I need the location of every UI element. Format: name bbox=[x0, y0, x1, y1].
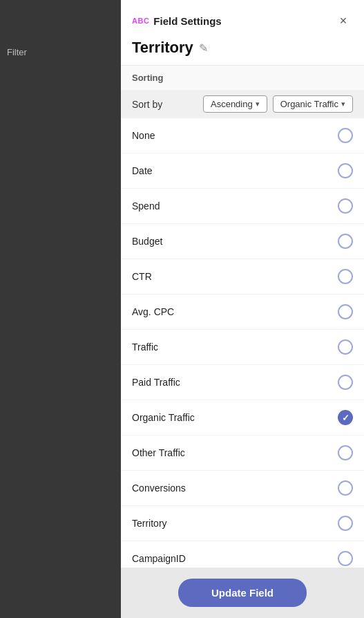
option-label: Budget bbox=[132, 236, 162, 247]
list-item[interactable]: Territory bbox=[121, 506, 364, 541]
radio-circle[interactable] bbox=[338, 516, 353, 531]
option-label: Territory bbox=[132, 518, 167, 529]
list-item[interactable]: Avg. CPC bbox=[121, 294, 364, 330]
radio-circle[interactable] bbox=[338, 269, 353, 284]
abc-badge: ABC bbox=[132, 17, 149, 25]
option-label: Organic Traffic bbox=[132, 412, 195, 423]
option-label: Conversions bbox=[132, 483, 186, 494]
territory-row: Territory ✎ bbox=[132, 33, 353, 65]
list-item[interactable]: Conversions bbox=[121, 471, 364, 506]
sort-controls: Ascending ▾ Organic Traffic ▾ bbox=[203, 95, 353, 113]
ascending-button[interactable]: Ascending ▾ bbox=[203, 95, 267, 113]
radio-circle[interactable] bbox=[338, 198, 353, 214]
radio-circle[interactable] bbox=[338, 480, 353, 496]
list-item[interactable]: Date bbox=[121, 153, 364, 189]
list-item[interactable]: None bbox=[121, 118, 364, 153]
radio-circle[interactable] bbox=[338, 234, 353, 249]
sort-by-label: Sort by bbox=[132, 99, 162, 110]
list-item[interactable]: Spend bbox=[121, 189, 364, 224]
option-label: Date bbox=[132, 165, 153, 176]
list-item[interactable]: CTR bbox=[121, 259, 364, 294]
organic-traffic-sort-button[interactable]: Organic Traffic ▾ bbox=[273, 95, 353, 113]
option-label: Other Traffic bbox=[132, 447, 185, 458]
close-icon: × bbox=[340, 14, 347, 28]
close-button[interactable]: × bbox=[334, 11, 353, 30]
sorting-label: Sorting bbox=[132, 73, 164, 83]
radio-circle[interactable] bbox=[338, 163, 353, 178]
update-field-label: Update Field bbox=[211, 587, 274, 599]
sorting-section: Sorting Sort by Ascending ▾ Organic Traf… bbox=[121, 65, 364, 118]
organic-traffic-sort-chevron: ▾ bbox=[341, 100, 345, 109]
radio-circle[interactable] bbox=[338, 445, 353, 460]
territory-title: Territory bbox=[132, 39, 193, 57]
option-label: Traffic bbox=[132, 341, 158, 353]
radio-circle[interactable] bbox=[338, 375, 353, 390]
radio-circle[interactable] bbox=[338, 339, 353, 355]
option-label: Avg. CPC bbox=[132, 306, 174, 317]
radio-circle[interactable] bbox=[338, 128, 353, 143]
list-item[interactable]: Organic Traffic bbox=[121, 400, 364, 436]
list-item[interactable]: Budget bbox=[121, 224, 364, 259]
modal-footer: Update Field bbox=[121, 568, 364, 618]
list-item[interactable]: Traffic bbox=[121, 330, 364, 365]
option-label: CampaignID bbox=[132, 553, 186, 564]
organic-traffic-sort-label: Organic Traffic bbox=[280, 99, 338, 109]
ascending-chevron: ▾ bbox=[256, 100, 260, 109]
sort-by-row: Sort by Ascending ▾ Organic Traffic ▾ bbox=[121, 90, 364, 118]
ascending-label: Ascending bbox=[211, 99, 253, 109]
option-label: Paid Traffic bbox=[132, 377, 180, 388]
option-label: Spend bbox=[132, 200, 160, 212]
list-item[interactable]: Other Traffic bbox=[121, 436, 364, 471]
option-label: CTR bbox=[132, 271, 152, 282]
field-settings-modal: ABC Field Settings × Territory ✎ Sorting… bbox=[121, 0, 364, 618]
modal-header: ABC Field Settings × Territory ✎ bbox=[121, 0, 364, 65]
radio-circle[interactable] bbox=[338, 304, 353, 319]
field-settings-title: Field Settings bbox=[153, 15, 221, 27]
options-list: NoneDateSpendBudgetCTRAvg. CPCTrafficPai… bbox=[121, 118, 364, 568]
list-item[interactable]: CampaignID bbox=[121, 541, 364, 568]
radio-circle[interactable] bbox=[338, 410, 353, 425]
option-label: None bbox=[132, 130, 155, 141]
radio-circle[interactable] bbox=[338, 551, 353, 566]
edit-icon[interactable]: ✎ bbox=[199, 41, 208, 55]
modal-title-left: ABC Field Settings bbox=[132, 15, 222, 27]
left-panel: Filter bbox=[0, 0, 121, 618]
list-item[interactable]: Paid Traffic bbox=[121, 365, 364, 400]
update-field-button[interactable]: Update Field bbox=[178, 579, 307, 607]
filter-label: Filter bbox=[7, 47, 27, 57]
modal-title-row: ABC Field Settings × bbox=[132, 11, 353, 30]
sorting-header: Sorting bbox=[121, 66, 364, 90]
